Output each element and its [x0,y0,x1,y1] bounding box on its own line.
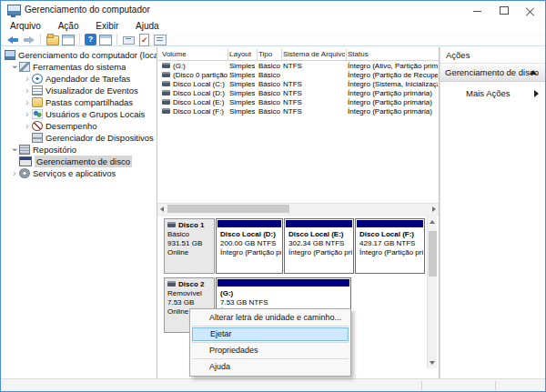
menu-item-ajuda[interactable]: Ajuda [190,360,350,374]
scrollbar-thumb[interactable] [429,231,437,276]
scroll-down-icon[interactable] [430,361,435,365]
tree-item-servicos[interactable]: › Serviços e aplicativos [1,167,157,179]
export-list-icon[interactable] [122,34,136,45]
partition-f[interactable]: Disco Local (F:) 429.17 GB NTFS Íntegro … [355,218,425,274]
close-icon [526,6,534,15]
volume-row-disco0-part2[interactable]: (Disco 0 partição 2) Simples Básico Ínte… [157,71,439,80]
volume-row-g[interactable]: (G:) Simples Básico NTFS Íntegro (Ativo,… [157,62,439,71]
disk1-label[interactable]: Disco 1 Básico 931.51 GB Online [164,218,215,274]
partition-primary-bar [217,220,281,227]
task-scheduler-icon [32,74,43,84]
tree-item-usuarios[interactable]: › Usuários e Grupos Locais [1,108,157,120]
header-layout[interactable]: Layout [229,48,255,60]
volume-row-e[interactable]: Disco Local (E:) Simples Básico NTFS Ínt… [157,98,439,107]
chevron-collapsed-icon[interactable]: › [10,167,19,179]
statusbar-separator [495,381,496,390]
cell-fs: NTFS [283,98,345,107]
cell-volume: Disco Local (F:) [173,107,224,116]
cell-status: Íntegro (Partição primária) [348,107,438,116]
partition-title: Disco Local (E:) [288,230,352,239]
tree-item-label: Gerenciamento do computador (local) [18,49,157,61]
horizontal-scrollbar[interactable] [157,203,439,213]
partition-status: Íntegro (Partição prim [359,248,423,257]
more-actions-item[interactable]: Mais Ações [440,86,545,101]
properties-check-icon[interactable] [137,34,151,45]
up-level-folder-icon[interactable] [46,34,59,45]
menu-bar: Arquivo Ação Exibir Ajuda [1,20,545,33]
scrollbar-thumb[interactable] [167,205,289,213]
cell-layout: Simples [229,80,255,89]
forward-icon[interactable] [22,34,35,45]
cell-status: Íntegro (Ativo, Partição primá [348,62,438,71]
tree-item-desempenho[interactable]: › Desempenho [1,120,157,132]
partition-size: 429.17 GB NTFS [359,239,423,248]
header-volume[interactable]: Volume [162,48,228,60]
column-separator [228,49,228,60]
header-tipo[interactable]: Tipo [258,48,281,60]
actions-pane: Ações Gerenciamento de disco Mais Ações [440,47,545,378]
device-manager-icon [32,133,43,143]
menu-separator [192,358,349,359]
actions-section-header[interactable]: Gerenciamento de disco [440,64,545,82]
tree-item-gerenciador-dispositivos[interactable]: Gerenciador de Dispositivos [1,132,157,144]
tree-item-agendador[interactable]: › Agendador de Tarefas [1,73,157,85]
cell-layout: Simples [229,62,255,71]
header-sistema-arquivos[interactable]: Sistema de Arquivos [283,48,345,60]
minimize-button[interactable] [464,1,490,20]
maximize-button[interactable] [490,1,517,20]
tree-item-visualizador[interactable]: › Visualizador de Eventos [1,85,157,96]
tree-item-gerenciamento-disco[interactable]: Gerenciamento de disco [1,156,157,167]
partition-size: 200.00 GB NTFS [220,239,281,248]
toolbar-separator [116,34,117,45]
tree-item-pastas[interactable]: › Pastas compartilhadas [1,96,157,108]
volume-list: Volume Layout Tipo Sistema de Arquivos S… [157,47,439,213]
cell-fs: NTFS [283,80,345,89]
scroll-right-icon[interactable] [432,206,436,212]
event-viewer-icon [32,85,43,95]
volume-row-d[interactable]: Disco Local (D:) Simples Básico NTFS Ínt… [157,89,439,98]
help-icon[interactable] [85,34,96,45]
chevron-collapsed-icon[interactable]: › [23,108,32,120]
partition-title: Disco Local (F:) [359,230,423,239]
menu-exibir[interactable]: Exibir [88,20,126,33]
back-icon[interactable] [6,34,20,45]
menu-acao[interactable]: Ação [51,20,86,33]
menu-item-propriedades[interactable]: Propriedades [190,344,350,357]
menu-item-alterar-letra[interactable]: Alterar letra de unidade e caminho... [190,311,350,325]
partition-status: Íntegro (Partição pri [220,248,281,257]
tree-item-root[interactable]: Gerenciamento do computador (local) [1,49,157,61]
collapse-icon[interactable] [530,70,537,75]
chevron-collapsed-icon[interactable]: › [23,96,32,108]
show-console-tree-icon[interactable] [61,34,75,45]
storage-icon [19,145,30,155]
toolbar [1,33,545,46]
chevron-collapsed-icon[interactable]: › [23,85,32,96]
volume-row-c[interactable]: Disco Local (C:) Simples Básico NTFS Ínt… [157,80,439,89]
scroll-up-icon[interactable] [430,220,435,224]
cell-fs: NTFS [283,89,345,98]
menu-item-ejetar[interactable]: Ejetar [192,327,349,341]
computer-management-window: Gerenciamento do computador Arquivo Ação… [0,0,546,392]
menu-ajuda[interactable]: Ajuda [128,20,167,33]
actions-title: Ações [440,47,545,64]
menu-arquivo[interactable]: Arquivo [3,20,48,33]
volume-row-f[interactable]: Disco Local (F:) Simples Básico NTFS Ínt… [157,107,439,116]
scroll-left-icon[interactable] [160,206,164,212]
tree-item-repositorio[interactable]: › Repositório [1,144,157,156]
disk-size: 931.51 GB [167,239,214,248]
partition-d[interactable]: Disco Local (D:) 200.00 GB NTFS Íntegro … [216,218,283,274]
disk-type: Removível [167,289,214,298]
vertical-scrollbar[interactable] [427,216,437,368]
chevron-collapsed-icon[interactable]: › [23,120,32,132]
tree-item-ferramentas[interactable]: › Ferramentas do sistema [1,61,157,73]
cell-tipo: Básico [258,89,281,98]
close-button[interactable] [517,1,543,20]
partition-e[interactable]: Disco Local (E:) 302.34 GB NTFS Íntegro … [284,218,354,274]
console-window-icon[interactable] [98,34,112,45]
chevron-collapsed-icon[interactable]: › [23,73,32,85]
more-actions-label: Mais Ações [466,88,511,98]
header-status[interactable]: Status [348,48,438,60]
volume-list-header: Volume Layout Tipo Sistema de Arquivos S… [157,48,439,61]
performance-icon [32,121,43,131]
details-list-icon[interactable] [153,34,167,45]
